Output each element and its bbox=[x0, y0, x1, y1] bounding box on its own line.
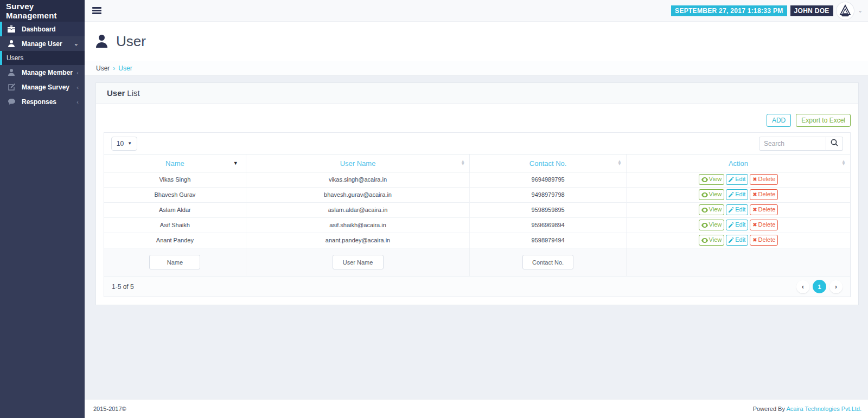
user-icon bbox=[7, 40, 16, 48]
table-row: Anant Pandey anant.pandey@acaira.in 9598… bbox=[104, 233, 850, 248]
eye-icon bbox=[701, 177, 708, 182]
cell-contact: 9598959895 bbox=[470, 202, 627, 217]
delete-button[interactable]: ✖ Delete bbox=[750, 220, 778, 230]
pagination: ‹ 1 › bbox=[796, 280, 843, 293]
view-button[interactable]: View bbox=[699, 189, 725, 200]
column-header-name[interactable]: Name ▼ bbox=[104, 155, 246, 172]
username-badge[interactable]: JOHN DOE bbox=[790, 5, 833, 16]
table-row: Bhavesh Gurav bhavesh.gurav@acaira.in 94… bbox=[104, 187, 850, 202]
column-header-contact[interactable]: Contact No. ▲▼ bbox=[470, 155, 627, 172]
profile-chevron-down-icon[interactable]: ⌄ bbox=[858, 8, 863, 14]
powered-by: Powered By Acaira Technologies Pvt.Ltd. bbox=[753, 406, 861, 412]
cell-contact: 9498979798 bbox=[470, 187, 627, 202]
sidebar-item-responses[interactable]: Responses ‹ bbox=[0, 94, 85, 109]
cell-user-name: aslam.aldar@acaira.in bbox=[246, 202, 470, 217]
page-footer: 2015-2017© Powered By Acaira Technologie… bbox=[85, 399, 868, 418]
edit-button[interactable]: Edit bbox=[726, 174, 748, 185]
table-row: Aslam Aldar aslam.aldar@acaira.in 959895… bbox=[104, 202, 850, 217]
sidebar-item-users[interactable]: Users bbox=[0, 51, 85, 65]
breadcrumb-current[interactable]: User bbox=[118, 65, 132, 72]
cell-contact: 9694989795 bbox=[470, 172, 627, 187]
copyright-text: 2015-2017© bbox=[93, 406, 126, 412]
filter-cell-user-name bbox=[246, 248, 470, 276]
user-list-panel: User List ADD Export to Excel 10 ▼ bbox=[95, 82, 859, 305]
page-size-select[interactable]: 10 ▼ bbox=[111, 137, 137, 151]
panel-title-rest: List bbox=[127, 88, 139, 98]
datetime-badge: SEPTEMBER 27, 2017 1:18:33 PM bbox=[671, 5, 787, 16]
chat-bubble-icon bbox=[7, 98, 16, 106]
table-filter-row bbox=[104, 248, 850, 276]
chevron-left-icon: ‹ bbox=[802, 283, 804, 290]
cell-actions: View Edit ✖ Delete bbox=[627, 187, 851, 202]
sidebar-item-manage-survey[interactable]: Manage Survey ‹ bbox=[0, 80, 85, 94]
sidebar-item-manage-member[interactable]: Manage Member ‹ bbox=[0, 65, 85, 80]
delete-button[interactable]: ✖ Delete bbox=[750, 189, 778, 200]
sidebar-item-label: Manage Member bbox=[22, 69, 73, 76]
x-icon: ✖ bbox=[752, 176, 757, 184]
cell-name: Bhavesh Gurav bbox=[104, 187, 246, 202]
view-button[interactable]: View bbox=[699, 204, 725, 215]
view-button[interactable]: View bbox=[699, 220, 725, 230]
filter-cell-action bbox=[627, 248, 851, 276]
pencil-icon bbox=[729, 207, 734, 213]
cell-name: Asif Shaikh bbox=[104, 217, 246, 233]
search-input[interactable] bbox=[759, 137, 826, 151]
cell-name: Vikas Singh bbox=[104, 172, 246, 187]
panel-actions-row: ADD Export to Excel bbox=[104, 110, 851, 132]
chevron-right-icon: › bbox=[835, 283, 837, 290]
app-title: Survey Management bbox=[0, 0, 85, 22]
edit-square-icon bbox=[7, 83, 16, 91]
view-button[interactable]: View bbox=[699, 174, 725, 185]
survey-management-app: Survey Management Dashboard Manage User … bbox=[0, 0, 868, 418]
sidebar-item-dashboard[interactable]: Dashboard bbox=[0, 22, 85, 36]
cell-user-name: vikas.singh@acaira.in bbox=[246, 172, 470, 187]
search-button[interactable] bbox=[826, 137, 843, 151]
page-1-button[interactable]: 1 bbox=[813, 280, 826, 293]
sidebar-item-label: Manage Survey bbox=[22, 83, 69, 91]
edit-button[interactable]: Edit bbox=[726, 189, 748, 200]
contact-filter-input[interactable] bbox=[522, 255, 573, 269]
delete-button[interactable]: ✖ Delete bbox=[750, 235, 778, 246]
sidebar-nav: Dashboard Manage User ⌄ Users Manage Mem… bbox=[0, 22, 85, 109]
edit-button[interactable]: Edit bbox=[726, 235, 748, 246]
prev-page-button[interactable]: ‹ bbox=[796, 280, 809, 293]
briefcase-icon bbox=[7, 25, 16, 33]
company-link[interactable]: Acaira Technologies Pvt.Ltd. bbox=[786, 406, 861, 412]
name-filter-input[interactable] bbox=[149, 255, 200, 269]
sort-desc-icon: ▼ bbox=[233, 160, 238, 166]
next-page-button[interactable]: › bbox=[829, 280, 843, 293]
cell-user-name: anant.pandey@acaira.in bbox=[246, 233, 470, 248]
table-toolbar: 10 ▼ bbox=[104, 133, 850, 155]
sidebar-item-label: Dashboard bbox=[22, 25, 56, 33]
cell-name: Anant Pandey bbox=[104, 233, 246, 248]
pencil-icon bbox=[729, 237, 734, 243]
delete-button[interactable]: ✖ Delete bbox=[750, 174, 778, 185]
column-header-user-name[interactable]: User Name ▲▼ bbox=[246, 155, 470, 172]
x-icon: ✖ bbox=[752, 206, 757, 214]
table-row: Asif Shaikh asif.shaikh@acaira.in 959696… bbox=[104, 217, 850, 233]
eye-icon bbox=[701, 192, 708, 197]
menu-toggle-icon[interactable] bbox=[92, 7, 101, 14]
breadcrumb-root[interactable]: User bbox=[96, 65, 110, 72]
topbar-right-group: SEPTEMBER 27, 2017 1:18:33 PM JOHN DOE ⌄ bbox=[671, 2, 863, 20]
acaira-logo[interactable] bbox=[837, 2, 854, 20]
pencil-icon bbox=[729, 177, 734, 182]
sidebar: Survey Management Dashboard Manage User … bbox=[0, 0, 85, 418]
cell-actions: View Edit ✖ Delete bbox=[627, 202, 851, 217]
edit-button[interactable]: Edit bbox=[726, 220, 748, 230]
view-button[interactable]: View bbox=[699, 235, 725, 246]
column-header-action[interactable]: Action ▲▼ bbox=[627, 155, 851, 172]
panel-header: User List bbox=[96, 83, 858, 104]
chevron-left-icon: ‹ bbox=[76, 84, 79, 91]
breadcrumb-separator-icon: › bbox=[113, 65, 115, 72]
search-icon bbox=[831, 139, 838, 148]
add-button[interactable]: ADD bbox=[767, 114, 791, 127]
edit-button[interactable]: Edit bbox=[726, 204, 748, 215]
user-name-filter-input[interactable] bbox=[333, 255, 384, 269]
table-footer: 1-5 of 5 ‹ 1 › bbox=[104, 276, 850, 297]
export-to-excel-button[interactable]: Export to Excel bbox=[796, 114, 851, 127]
eye-icon bbox=[701, 238, 708, 243]
delete-button[interactable]: ✖ Delete bbox=[750, 204, 778, 215]
cell-actions: View Edit ✖ Delete bbox=[627, 217, 851, 233]
sidebar-item-manage-user[interactable]: Manage User ⌄ bbox=[0, 36, 85, 51]
